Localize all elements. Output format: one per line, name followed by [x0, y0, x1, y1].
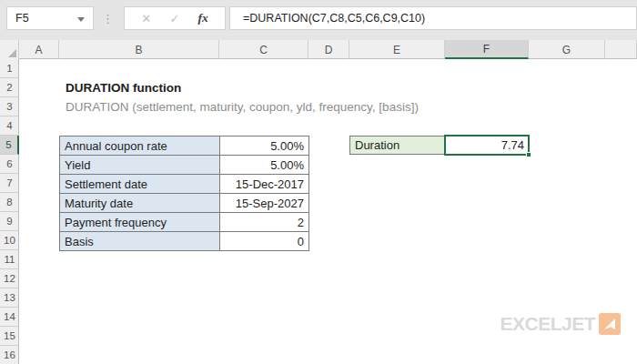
cell-b10-label[interactable]: Basis: [60, 232, 220, 251]
table-row: Payment frequency 2: [60, 213, 309, 232]
row-header-4[interactable]: 4: [0, 116, 19, 136]
table-row: Yield 5.00%: [60, 156, 309, 175]
cell-c7-value[interactable]: 15-Dec-2017: [220, 175, 309, 194]
name-box[interactable]: F5: [6, 6, 94, 30]
formula-bar-chrome: F5 ⋮ ✕ ✓ fx =DURATION(C7,C8,C5,C6,C9,C10…: [0, 0, 637, 40]
cell-c6-value[interactable]: 5.00%: [220, 156, 309, 175]
row-header-12[interactable]: 12: [0, 269, 19, 288]
table-row: Maturity date 15-Sep-2027: [60, 194, 309, 213]
column-header-h-clipped[interactable]: [605, 40, 637, 59]
row-header-8[interactable]: 8: [0, 193, 19, 212]
column-header-g[interactable]: G: [529, 40, 605, 59]
input-table: Annual coupon rate 5.00% Yield 5.00% Set…: [59, 136, 309, 251]
row-header-5[interactable]: 5: [0, 136, 19, 155]
insert-function-icon[interactable]: fx: [198, 11, 208, 25]
table-row: Settlement date 15-Dec-2017: [60, 175, 309, 194]
column-header-d[interactable]: D: [308, 40, 349, 59]
row-header-14[interactable]: 14: [0, 308, 19, 327]
exceljet-logo-text: EXCELJET: [500, 313, 595, 335]
name-box-value: F5: [15, 12, 29, 25]
cell-c5-value[interactable]: 5.00%: [220, 136, 309, 156]
row-header-16[interactable]: 16: [0, 346, 19, 364]
enter-icon[interactable]: ✓: [169, 12, 179, 25]
row-header-column: 1 2 3 4 5 6 7 8 9 10 11 12 13 14 15 16: [0, 59, 19, 364]
column-header-c[interactable]: C: [219, 40, 308, 59]
column-header-b[interactable]: B: [59, 40, 219, 59]
row-header-11[interactable]: 11: [0, 250, 19, 269]
cell-c9-value[interactable]: 2: [220, 213, 309, 232]
select-all-button[interactable]: [0, 40, 19, 59]
cell-f5-selected-cell[interactable]: 7.74: [444, 135, 530, 156]
column-header-f[interactable]: F: [445, 40, 529, 59]
cell-c10-value[interactable]: 0: [220, 232, 309, 251]
row-header-10[interactable]: 10: [0, 231, 19, 250]
cell-e5-result-label[interactable]: Duration: [349, 136, 445, 155]
page-title[interactable]: DURATION function: [66, 81, 181, 95]
chevron-down-icon[interactable]: [77, 17, 85, 22]
exceljet-logo: EXCELJET: [455, 312, 621, 335]
formula-bar-separator-icon: ⋮: [102, 6, 115, 30]
formula-bar-buttons: ✕ ✓ fx: [124, 6, 226, 30]
cell-c8-value[interactable]: 15-Sep-2027: [220, 194, 309, 213]
column-header-a[interactable]: A: [19, 40, 59, 59]
result-value: 7.74: [501, 138, 524, 152]
table-row: Annual coupon rate 5.00%: [60, 136, 309, 156]
column-header-row: A B C D E F G: [0, 40, 637, 59]
row-header-9[interactable]: 9: [0, 212, 19, 231]
cancel-icon[interactable]: ✕: [141, 12, 151, 25]
row-header-7[interactable]: 7: [0, 174, 19, 193]
cell-b8-label[interactable]: Maturity date: [60, 194, 220, 213]
row-header-6[interactable]: 6: [0, 155, 19, 174]
row-header-15[interactable]: 15: [0, 327, 19, 346]
table-row: Basis 0: [60, 232, 309, 251]
fill-handle[interactable]: [526, 152, 531, 157]
row-header-1[interactable]: 1: [0, 59, 19, 78]
column-header-e[interactable]: E: [349, 40, 445, 59]
cell-b7-label[interactable]: Settlement date: [60, 175, 220, 194]
row-header-3[interactable]: 3: [0, 97, 19, 116]
select-all-triangle-icon: [8, 49, 16, 57]
row-header-13[interactable]: 13: [0, 288, 19, 308]
formula-text: =DURATION(C7,C8,C5,C6,C9,C10): [243, 12, 425, 25]
function-syntax[interactable]: DURATION (settlement, maturity, coupon, …: [66, 100, 419, 114]
row-header-2[interactable]: 2: [0, 78, 19, 97]
paper-plane-icon: [599, 313, 621, 335]
cell-b9-label[interactable]: Payment frequency: [60, 213, 220, 232]
cell-b6-label[interactable]: Yield: [60, 156, 220, 175]
cell-b5-label[interactable]: Annual coupon rate: [60, 136, 220, 156]
formula-input[interactable]: =DURATION(C7,C8,C5,C6,C9,C10): [229, 6, 637, 30]
